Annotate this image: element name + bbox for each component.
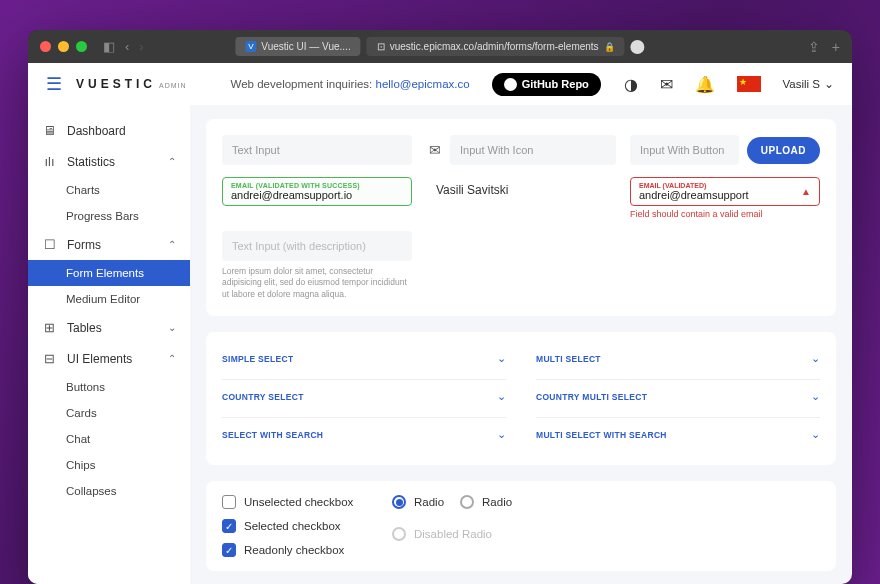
inquiry-label: Web development inquiries: — [231, 78, 373, 90]
sidebar-item-collapses[interactable]: Collapses — [28, 478, 190, 504]
text-input-desc[interactable]: Text Input (with description) — [222, 231, 412, 261]
checkbox-selected[interactable]: ✓ Selected checkbox — [222, 519, 372, 533]
checkbox-label: Selected checkbox — [244, 520, 341, 532]
dashboard-icon: 🖥 — [42, 123, 57, 138]
sidebar-item-chat[interactable]: Chat — [28, 426, 190, 452]
radio-disabled-icon — [392, 527, 406, 541]
checkbox-unselected[interactable]: Unselected checkbox — [222, 495, 372, 509]
chevron-down-icon: ⌄ — [497, 352, 506, 365]
tab-title: Vuestic UI — Vue.... — [261, 41, 350, 52]
checkbox-icon — [222, 495, 236, 509]
plain-name-field[interactable]: Vasili Savitski — [426, 177, 616, 203]
email-validated-error-field[interactable]: EMAIL (VALIDATED) andrei@dreamsupport ▲ — [630, 177, 820, 206]
theme-icon[interactable]: ◑ — [624, 75, 638, 94]
github-label: GitHub Repo — [522, 78, 589, 90]
back-icon[interactable]: ‹ — [125, 39, 129, 54]
multi-select[interactable]: MULTI SELECT ⌄ — [536, 342, 820, 380]
radio-label: Radio — [482, 496, 512, 508]
notifications-icon[interactable]: 🔔 — [695, 75, 715, 94]
tables-icon: ⊞ — [42, 320, 57, 335]
language-flag[interactable] — [737, 76, 761, 92]
sidebar-item-label: Dashboard — [67, 124, 126, 138]
checkbox-checked-icon: ✓ — [222, 543, 236, 557]
radio-selected-icon — [392, 495, 406, 509]
forms-icon: ☐ — [42, 237, 57, 252]
minimize-window-button[interactable] — [58, 41, 69, 52]
envelope-icon: ✉ — [426, 142, 444, 158]
radio-label: Radio — [414, 496, 444, 508]
input-with-icon[interactable]: Input With Icon — [450, 135, 616, 165]
input-with-icon-wrap: ✉ Input With Icon — [426, 135, 616, 165]
sidebar-item-progress-bars[interactable]: Progress Bars — [28, 203, 190, 229]
sidebar: 🖥 Dashboard ılı Statistics ⌃ Charts Prog… — [28, 105, 190, 584]
sidebar-item-chips[interactable]: Chips — [28, 452, 190, 478]
error-message: Field should contain a valid email — [630, 209, 820, 219]
radio-unselected-icon — [460, 495, 474, 509]
github-repo-button[interactable]: GitHub Repo — [492, 73, 601, 96]
app-body: 🖥 Dashboard ılı Statistics ⌃ Charts Prog… — [28, 105, 852, 584]
chevron-down-icon: ⌄ — [824, 77, 834, 91]
browser-tab-1[interactable]: V Vuestic UI — Vue.... — [235, 37, 360, 56]
chevron-up-icon: ⌃ — [168, 353, 176, 364]
sidebar-item-forms[interactable]: ☐ Forms ⌃ — [28, 229, 190, 260]
sidebar-item-statistics[interactable]: ılı Statistics ⌃ — [28, 146, 190, 177]
checkbox-checked-icon: ✓ — [222, 519, 236, 533]
inquiry-email-link[interactable]: hello@epicmax.co — [375, 78, 469, 90]
checkbox-label: Readonly checkbox — [244, 544, 344, 556]
maximize-window-button[interactable] — [76, 41, 87, 52]
radio-disabled: Disabled Radio — [392, 527, 820, 541]
sidebar-item-ui-elements[interactable]: ⊟ UI Elements ⌃ — [28, 343, 190, 374]
upload-button[interactable]: UPLOAD — [747, 137, 820, 164]
radio-option-1[interactable]: Radio — [392, 495, 444, 509]
url-text: vuestic.epicmax.co/admin/forms/form-elem… — [390, 41, 599, 52]
share-icon[interactable]: ⇪ — [808, 39, 820, 55]
text-input[interactable]: Text Input — [222, 135, 412, 165]
titlebar: ◧ ‹ › V Vuestic UI — Vue.... ⊡ vuestic.e… — [28, 30, 852, 63]
chevron-down-icon: ⌄ — [811, 352, 820, 365]
reader-icon[interactable] — [631, 40, 645, 54]
sidebar-item-charts[interactable]: Charts — [28, 177, 190, 203]
forward-icon[interactable]: › — [139, 39, 143, 54]
sidebar-item-label: Statistics — [67, 155, 115, 169]
address-bar[interactable]: ⊡ vuestic.epicmax.co/admin/forms/form-el… — [367, 37, 625, 56]
app-topbar: ☰ VUESTICADMIN Web development inquiries… — [28, 63, 852, 105]
country-multi-select[interactable]: COUNTRY MULTI SELECT ⌄ — [536, 380, 820, 418]
chevron-down-icon: ⌄ — [168, 322, 176, 333]
menu-toggle-icon[interactable]: ☰ — [46, 73, 62, 95]
chevron-down-icon: ⌄ — [497, 390, 506, 403]
sidebar-item-form-elements[interactable]: Form Elements — [28, 260, 190, 286]
chevron-up-icon: ⌃ — [168, 156, 176, 167]
selects-card: SIMPLE SELECT ⌄ COUNTRY SELECT ⌄ SELECT … — [206, 332, 836, 465]
multi-select-with-search[interactable]: MULTI SELECT WITH SEARCH ⌄ — [536, 418, 820, 455]
user-name: Vasili S — [783, 78, 821, 90]
description-text: Lorem ipsum dolor sit amet, consectetur … — [222, 266, 412, 300]
traffic-lights — [40, 41, 87, 52]
mail-icon[interactable]: ✉ — [660, 75, 673, 94]
chevron-down-icon: ⌄ — [497, 428, 506, 441]
nav-controls: ◧ ‹ › — [103, 39, 144, 54]
email-validated-success-field[interactable]: EMAIL (VALIDATED WITH SUCCESS) andrei@dr… — [222, 177, 412, 206]
close-window-button[interactable] — [40, 41, 51, 52]
brand-sub-text: ADMIN — [159, 82, 187, 89]
country-select[interactable]: COUNTRY SELECT ⌄ — [222, 380, 506, 418]
browser-tabs: V Vuestic UI — Vue.... ⊡ vuestic.epicmax… — [235, 37, 644, 56]
radio-option-2[interactable]: Radio — [460, 495, 512, 509]
simple-select[interactable]: SIMPLE SELECT ⌄ — [222, 342, 506, 380]
field-value: andrei@dreamsupport — [639, 189, 811, 201]
user-menu[interactable]: Vasili S ⌄ — [783, 77, 835, 91]
input-with-button[interactable]: Input With Button — [630, 135, 739, 165]
new-tab-icon[interactable]: + — [832, 39, 840, 55]
sidebar-item-dashboard[interactable]: 🖥 Dashboard — [28, 115, 190, 146]
controls-card: Unselected checkbox ✓ Selected checkbox … — [206, 481, 836, 571]
brand-logo[interactable]: VUESTICADMIN — [76, 77, 187, 91]
site-icon: ⊡ — [377, 41, 385, 52]
sidebar-item-tables[interactable]: ⊞ Tables ⌄ — [28, 312, 190, 343]
sidebar-item-medium-editor[interactable]: Medium Editor — [28, 286, 190, 312]
ui-elements-icon: ⊟ — [42, 351, 57, 366]
topbar-icons: ◑ ✉ 🔔 Vasili S ⌄ — [624, 75, 835, 94]
titlebar-right: ⇪ + — [808, 39, 840, 55]
sidebar-item-cards[interactable]: Cards — [28, 400, 190, 426]
sidebar-icon[interactable]: ◧ — [103, 39, 115, 54]
select-with-search[interactable]: SELECT WITH SEARCH ⌄ — [222, 418, 506, 455]
sidebar-item-buttons[interactable]: Buttons — [28, 374, 190, 400]
